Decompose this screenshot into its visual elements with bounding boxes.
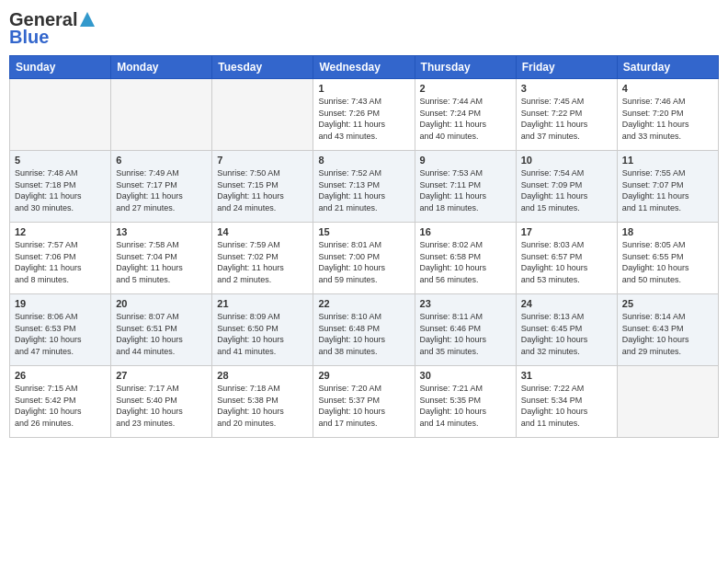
calendar-cell: 18Sunrise: 8:05 AM Sunset: 6:55 PM Dayli… <box>617 223 718 294</box>
day-info: Sunrise: 8:03 AM Sunset: 6:57 PM Dayligh… <box>521 239 612 285</box>
day-number: 28 <box>217 370 308 381</box>
calendar-week-row: 12Sunrise: 7:57 AM Sunset: 7:06 PM Dayli… <box>10 223 719 294</box>
calendar-cell: 20Sunrise: 8:07 AM Sunset: 6:51 PM Dayli… <box>111 294 212 366</box>
calendar-cell: 11Sunrise: 7:55 AM Sunset: 7:07 PM Dayli… <box>617 151 718 223</box>
calendar-cell: 9Sunrise: 7:53 AM Sunset: 7:11 PM Daylig… <box>415 151 516 223</box>
day-number: 30 <box>420 370 511 381</box>
day-info: Sunrise: 8:07 AM Sunset: 6:51 PM Dayligh… <box>116 311 207 357</box>
calendar-cell: 17Sunrise: 8:03 AM Sunset: 6:57 PM Dayli… <box>516 223 617 294</box>
day-number: 19 <box>15 298 106 309</box>
calendar-cell: 19Sunrise: 8:06 AM Sunset: 6:53 PM Dayli… <box>10 294 111 366</box>
day-number: 4 <box>622 83 713 94</box>
calendar-cell <box>617 366 718 438</box>
day-number: 3 <box>521 83 612 94</box>
calendar-cell: 25Sunrise: 8:14 AM Sunset: 6:43 PM Dayli… <box>617 294 718 366</box>
page-container: General Blue SundayMondayTuesdayWednesda… <box>0 0 728 563</box>
day-info: Sunrise: 7:52 AM Sunset: 7:13 PM Dayligh… <box>318 167 409 213</box>
svg-marker-0 <box>80 12 95 27</box>
calendar-cell: 1Sunrise: 7:43 AM Sunset: 7:26 PM Daylig… <box>313 79 415 151</box>
weekday-header: Sunday <box>10 56 111 79</box>
calendar-cell: 27Sunrise: 7:17 AM Sunset: 5:40 PM Dayli… <box>111 366 212 438</box>
day-number: 11 <box>622 155 713 166</box>
day-info: Sunrise: 7:59 AM Sunset: 7:02 PM Dayligh… <box>217 239 308 285</box>
day-number: 6 <box>116 155 207 166</box>
calendar-cell: 7Sunrise: 7:50 AM Sunset: 7:15 PM Daylig… <box>212 151 313 223</box>
calendar-cell: 16Sunrise: 8:02 AM Sunset: 6:58 PM Dayli… <box>415 223 516 294</box>
day-number: 8 <box>318 155 409 166</box>
day-number: 25 <box>622 298 713 309</box>
day-info: Sunrise: 8:02 AM Sunset: 6:58 PM Dayligh… <box>420 239 511 285</box>
day-info: Sunrise: 7:15 AM Sunset: 5:42 PM Dayligh… <box>15 383 106 429</box>
weekday-header: Monday <box>111 56 212 79</box>
day-info: Sunrise: 7:44 AM Sunset: 7:24 PM Dayligh… <box>420 96 511 142</box>
day-info: Sunrise: 7:20 AM Sunset: 5:37 PM Dayligh… <box>318 383 409 429</box>
day-number: 14 <box>217 226 308 237</box>
day-info: Sunrise: 7:21 AM Sunset: 5:35 PM Dayligh… <box>420 383 511 429</box>
calendar-header-row: SundayMondayTuesdayWednesdayThursdayFrid… <box>10 56 719 79</box>
calendar-cell: 28Sunrise: 7:18 AM Sunset: 5:38 PM Dayli… <box>212 366 313 438</box>
day-info: Sunrise: 8:01 AM Sunset: 7:00 PM Dayligh… <box>318 239 409 285</box>
calendar-cell: 3Sunrise: 7:45 AM Sunset: 7:22 PM Daylig… <box>516 79 617 151</box>
day-number: 17 <box>521 226 612 237</box>
day-number: 7 <box>217 155 308 166</box>
weekday-header: Wednesday <box>313 56 415 79</box>
day-number: 24 <box>521 298 612 309</box>
calendar-cell: 29Sunrise: 7:20 AM Sunset: 5:37 PM Dayli… <box>313 366 415 438</box>
day-info: Sunrise: 7:43 AM Sunset: 7:26 PM Dayligh… <box>318 96 409 142</box>
calendar-cell: 30Sunrise: 7:21 AM Sunset: 5:35 PM Dayli… <box>415 366 516 438</box>
calendar-cell: 15Sunrise: 8:01 AM Sunset: 7:00 PM Dayli… <box>313 223 415 294</box>
day-info: Sunrise: 8:14 AM Sunset: 6:43 PM Dayligh… <box>622 311 713 357</box>
day-info: Sunrise: 7:22 AM Sunset: 5:34 PM Dayligh… <box>521 383 612 429</box>
calendar-cell: 5Sunrise: 7:48 AM Sunset: 7:18 PM Daylig… <box>10 151 111 223</box>
day-number: 26 <box>15 370 106 381</box>
day-info: Sunrise: 7:55 AM Sunset: 7:07 PM Dayligh… <box>622 167 713 213</box>
day-info: Sunrise: 7:49 AM Sunset: 7:17 PM Dayligh… <box>116 167 207 213</box>
day-info: Sunrise: 8:05 AM Sunset: 6:55 PM Dayligh… <box>622 239 713 285</box>
logo: General Blue <box>9 9 97 48</box>
calendar-cell: 8Sunrise: 7:52 AM Sunset: 7:13 PM Daylig… <box>313 151 415 223</box>
calendar-week-row: 26Sunrise: 7:15 AM Sunset: 5:42 PM Dayli… <box>10 366 719 438</box>
day-info: Sunrise: 7:18 AM Sunset: 5:38 PM Dayligh… <box>217 383 308 429</box>
day-number: 18 <box>622 226 713 237</box>
day-number: 21 <box>217 298 308 309</box>
day-info: Sunrise: 8:06 AM Sunset: 6:53 PM Dayligh… <box>15 311 106 357</box>
calendar-cell: 13Sunrise: 7:58 AM Sunset: 7:04 PM Dayli… <box>111 223 212 294</box>
day-info: Sunrise: 7:46 AM Sunset: 7:20 PM Dayligh… <box>622 96 713 142</box>
day-info: Sunrise: 7:45 AM Sunset: 7:22 PM Dayligh… <box>521 96 612 142</box>
day-number: 29 <box>318 370 409 381</box>
day-info: Sunrise: 7:58 AM Sunset: 7:04 PM Dayligh… <box>116 239 207 285</box>
calendar-cell: 4Sunrise: 7:46 AM Sunset: 7:20 PM Daylig… <box>617 79 718 151</box>
calendar-cell: 6Sunrise: 7:49 AM Sunset: 7:17 PM Daylig… <box>111 151 212 223</box>
calendar-week-row: 19Sunrise: 8:06 AM Sunset: 6:53 PM Dayli… <box>10 294 719 366</box>
weekday-header: Thursday <box>415 56 516 79</box>
day-info: Sunrise: 8:10 AM Sunset: 6:48 PM Dayligh… <box>318 311 409 357</box>
day-info: Sunrise: 7:50 AM Sunset: 7:15 PM Dayligh… <box>217 167 308 213</box>
calendar-cell: 22Sunrise: 8:10 AM Sunset: 6:48 PM Dayli… <box>313 294 415 366</box>
weekday-header: Tuesday <box>212 56 313 79</box>
calendar-cell: 2Sunrise: 7:44 AM Sunset: 7:24 PM Daylig… <box>415 79 516 151</box>
day-number: 10 <box>521 155 612 166</box>
day-number: 27 <box>116 370 207 381</box>
day-info: Sunrise: 8:09 AM Sunset: 6:50 PM Dayligh… <box>217 311 308 357</box>
day-number: 23 <box>420 298 511 309</box>
day-number: 15 <box>318 226 409 237</box>
day-info: Sunrise: 8:13 AM Sunset: 6:45 PM Dayligh… <box>521 311 612 357</box>
page-header: General Blue <box>9 9 719 48</box>
calendar-cell: 26Sunrise: 7:15 AM Sunset: 5:42 PM Dayli… <box>10 366 111 438</box>
day-info: Sunrise: 7:57 AM Sunset: 7:06 PM Dayligh… <box>15 239 106 285</box>
logo-arrow-icon <box>78 10 97 29</box>
day-info: Sunrise: 7:53 AM Sunset: 7:11 PM Dayligh… <box>420 167 511 213</box>
calendar-table: SundayMondayTuesdayWednesdayThursdayFrid… <box>9 55 719 438</box>
calendar-cell: 24Sunrise: 8:13 AM Sunset: 6:45 PM Dayli… <box>516 294 617 366</box>
day-number: 5 <box>15 155 106 166</box>
day-number: 13 <box>116 226 207 237</box>
calendar-cell: 23Sunrise: 8:11 AM Sunset: 6:46 PM Dayli… <box>415 294 516 366</box>
calendar-cell: 21Sunrise: 8:09 AM Sunset: 6:50 PM Dayli… <box>212 294 313 366</box>
calendar-cell: 12Sunrise: 7:57 AM Sunset: 7:06 PM Dayli… <box>10 223 111 294</box>
day-number: 9 <box>420 155 511 166</box>
calendar-cell: 31Sunrise: 7:22 AM Sunset: 5:34 PM Dayli… <box>516 366 617 438</box>
day-info: Sunrise: 8:11 AM Sunset: 6:46 PM Dayligh… <box>420 311 511 357</box>
calendar-week-row: 5Sunrise: 7:48 AM Sunset: 7:18 PM Daylig… <box>10 151 719 223</box>
day-number: 12 <box>15 226 106 237</box>
day-number: 22 <box>318 298 409 309</box>
